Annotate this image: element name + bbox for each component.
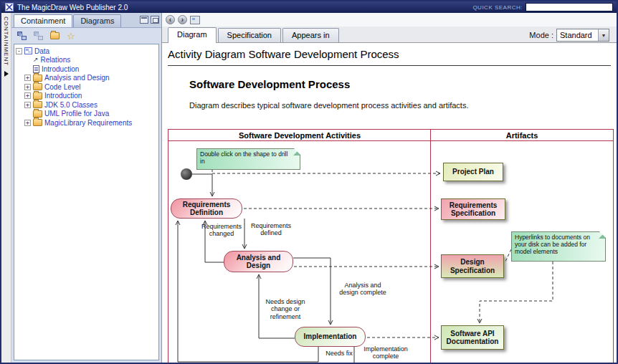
note-drill-in[interactable]: Double click on the shape to drill in (196, 148, 300, 170)
tab-specification[interactable]: Specification (218, 28, 281, 42)
tree-item-label: JDK 5.0 Classes (44, 101, 98, 109)
favorites-icon: ☆ (67, 32, 75, 41)
folder-icon (50, 32, 60, 39)
folder-icon (33, 92, 42, 100)
folder-icon (33, 110, 42, 118)
mode-value: Standard (560, 31, 592, 39)
note-hyperlinks[interactable]: Hyperlinks to documents on your disk can… (511, 231, 606, 262)
tree-link-icon (17, 32, 27, 40)
link-with-tree-button[interactable] (15, 30, 28, 42)
diagram-heading: Software Development Process (189, 78, 611, 90)
folder-icon (33, 75, 42, 82)
artifact-requirements-specification[interactable]: Requirements Specification (441, 198, 505, 220)
sidebar-tabs: Containment Diagrams (11, 13, 161, 28)
edge-label-requirements-defined: Requirements defined (248, 222, 294, 237)
docked-panel-strip: CONTAINMENT (1, 13, 11, 363)
chevron-down-icon: ▼ (598, 29, 609, 41)
diagram-description: Diagram describes typical software devel… (189, 101, 611, 110)
tree-item-label: Introduction (42, 65, 79, 73)
tree-unlink-icon (34, 32, 43, 40)
package-icon (24, 47, 32, 54)
tree-item-label: Analysis and Design (44, 74, 110, 82)
relations-icon: ↗ (33, 57, 39, 63)
activity-diagram: Software Development Activities Artifact… (168, 129, 614, 363)
folder-icon (33, 119, 42, 126)
tree-item-label: Relations (41, 56, 71, 64)
tree-item-label: MagicLibrary Requirements (44, 119, 132, 127)
image-icon[interactable] (190, 16, 200, 24)
tree-item-uml-profile[interactable]: UML Profile for Java (16, 110, 157, 119)
tree-item-label: UML Profile for Java (44, 110, 109, 118)
swimlane-header: Software Development Activities Artifact… (168, 130, 613, 141)
titlebar: The MagicDraw Web Publisher 2.0 QUICK SE… (1, 1, 617, 13)
panel-collapse-arrow-icon[interactable] (4, 71, 9, 77)
tree-item-magiclibrary-requirements[interactable]: + MagicLibrary Requirements (16, 118, 157, 128)
artifact-project-plan[interactable]: Project Plan (443, 163, 503, 181)
expander-icon[interactable]: + (24, 120, 31, 126)
page-title: Activity Diagram Software Development Pr… (168, 48, 611, 60)
tree-item-data[interactable]: - Data (16, 47, 157, 56)
expander-icon[interactable]: + (24, 102, 31, 108)
tree-item-introduction-2[interactable]: + Introduction (16, 92, 157, 101)
tree-item-relations[interactable]: ↗ Relations (16, 56, 157, 65)
collapse-all-button[interactable] (48, 30, 61, 42)
tree-item-code-level[interactable]: + Code Level (16, 82, 157, 92)
tab-diagram[interactable]: Diagram (168, 27, 217, 43)
lane-divider (430, 129, 431, 363)
expander-icon[interactable]: - (16, 48, 22, 54)
edge-label-analysis-design-complete: Analysis and design complete (336, 282, 390, 297)
expander-icon[interactable]: + (24, 75, 31, 81)
nav-toolbar: ‹ › (162, 13, 617, 27)
quick-search-input[interactable] (526, 3, 613, 11)
expander-icon[interactable]: + (24, 92, 31, 99)
sidebar: Containment Diagrams ☆ - Data (11, 13, 162, 363)
forward-icon[interactable]: › (178, 15, 187, 24)
expander-icon[interactable]: + (24, 84, 31, 90)
edge-label-needs-fix: Needs fix (321, 350, 357, 357)
float-panel-icon[interactable] (151, 16, 159, 24)
main-area: ‹ › Diagram Specification Appears in Mod… (162, 13, 617, 363)
minimize-panel-icon[interactable] (140, 16, 148, 24)
artifact-software-api-documentation[interactable]: Software API Documentation (441, 325, 504, 350)
activity-analysis-and-design[interactable]: Analysis and Design (224, 251, 293, 272)
edge-label-requirements-changed: Requirements changed (199, 223, 244, 238)
quick-search-label: QUICK SEARCH: (472, 4, 523, 11)
title-divider (168, 65, 611, 66)
containment-tree: - Data ↗ Relations Introduction + (14, 44, 159, 360)
containment-vertical-tab[interactable]: CONTAINMENT (3, 16, 9, 66)
edge-label-implementation-complete: Implementation complete (360, 345, 412, 360)
lane-title-activities: Software Development Activities (168, 130, 431, 140)
activity-requirements-definition[interactable]: Requirements Definition (171, 198, 242, 219)
tree-item-label: Code Level (44, 83, 81, 91)
window-title: The MagicDraw Web Publisher 2.0 (17, 4, 128, 11)
edge-label-needs-design-change: Needs design change or refinement (256, 298, 315, 320)
activity-implementation[interactable]: Implementation (295, 327, 366, 347)
main-tabbar: Diagram Specification Appears in Mode : … (162, 27, 617, 43)
artifact-design-specification[interactable]: Design Specification (441, 254, 504, 278)
tree-item-label: Data (34, 47, 49, 55)
tab-diagrams[interactable]: Diagrams (73, 14, 121, 27)
diagram-page: Activity Diagram Software Development Pr… (162, 43, 617, 363)
magicdraw-logo-icon (5, 3, 14, 11)
unlink-tree-button[interactable] (32, 30, 44, 42)
tree-item-jdk-classes[interactable]: + JDK 5.0 Classes (16, 100, 157, 110)
tree-item-introduction[interactable]: Introduction (16, 64, 157, 74)
sidebar-toolbar: ☆ (11, 28, 161, 44)
tree-item-analysis-and-design[interactable]: + Analysis and Design (16, 74, 157, 83)
tab-appears-in[interactable]: Appears in (282, 28, 339, 42)
content-icon (33, 65, 39, 73)
lane-title-artifacts: Artifacts (431, 130, 613, 140)
mode-dropdown[interactable]: Standard ▼ (556, 29, 609, 42)
mode-label: Mode : (529, 31, 553, 39)
folder-icon (33, 101, 42, 108)
back-icon[interactable]: ‹ (166, 15, 175, 24)
initial-node[interactable] (181, 168, 192, 180)
favorites-button[interactable]: ☆ (65, 30, 77, 42)
app-window: The MagicDraw Web Publisher 2.0 QUICK SE… (0, 0, 618, 364)
folder-icon (33, 83, 42, 90)
tree-item-label: Introduction (44, 92, 82, 100)
tab-containment[interactable]: Containment (14, 14, 72, 27)
